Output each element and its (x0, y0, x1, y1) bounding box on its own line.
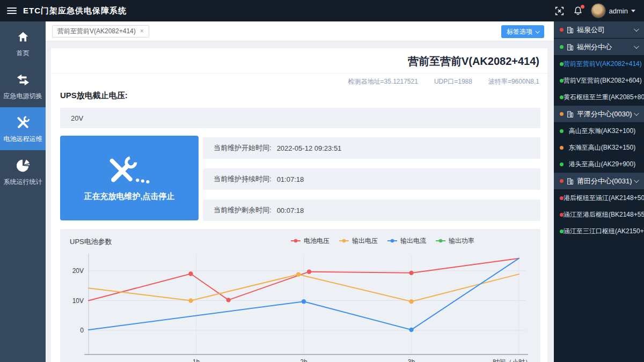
data-point[interactable] (409, 328, 413, 332)
tree-item-营前至营前V(AK2082+414)[interactable]: 营前至营前V(AK2082+414) (554, 56, 644, 72)
tree-item-涵江至港后枢纽(BK2148+550)[interactable]: 涵江至港后枢纽(BK2148+550) (554, 206, 644, 223)
tree-item-label: 港头至高山(AK29+900) (564, 160, 644, 169)
chevron-down-icon (634, 110, 639, 116)
info-label: 当前维护剩余时间: (214, 205, 272, 215)
chevron-down-icon (634, 178, 639, 183)
legend-item-电池电压[interactable]: 电池电压 (291, 236, 330, 246)
tree-group-福州分中心[interactable]: 福州分中心 (554, 39, 644, 56)
status-dot (560, 213, 564, 217)
chart-title: UPS电池参数 (70, 237, 112, 247)
maintenance-info-row: 当前维护开始时间:2022-05-12 09:23:51 (203, 137, 540, 159)
building-icon (567, 178, 573, 184)
data-point[interactable] (409, 271, 413, 275)
status-dot (560, 230, 564, 233)
user-menu[interactable]: admin (591, 3, 635, 18)
data-point[interactable] (188, 271, 193, 276)
tab-label: 营前至营前V(AK2082+414) (57, 27, 136, 36)
wrench-icon (16, 115, 30, 130)
data-point[interactable] (302, 299, 306, 304)
status-dot (560, 62, 564, 66)
tree-group-label: 莆田分中心(0031) (577, 176, 632, 186)
tag-options-button[interactable]: 标签选项 (501, 25, 544, 38)
tree-group-label: 福州分中心 (577, 42, 612, 52)
x-axis-label: 时间（小时） (493, 358, 531, 362)
meta-value: 检测器地址=35.1217521 (348, 78, 418, 85)
info-label: 当前维护开始时间: (214, 143, 272, 153)
menu-icon[interactable] (7, 6, 17, 16)
tree-item-东瀚至高山(BK32+150)[interactable]: 东瀚至高山(BK32+150) (554, 139, 644, 156)
tree-item-label: 营前至营前V(AK2082+414) (564, 60, 644, 69)
swap-arrows-icon (16, 72, 31, 87)
tree-item-港后枢纽至涵江(AK2148+500)[interactable]: 港后枢纽至涵江(AK2148+500) (554, 190, 644, 206)
left-sidebar: 首页应急电源切换电池远程运维系统运行统计 (0, 21, 46, 362)
main-area: 营前至营前V(AK2082+414) × 标签选项 营前至营前V(AK2082+… (46, 21, 554, 362)
chart-legend: 电池电压输出电压输出电流输出功率 (291, 236, 474, 246)
status-dot (560, 79, 564, 83)
tree-item-label: 涵江至三江口枢纽(AK2150+720) (564, 227, 644, 236)
chevron-down-icon (631, 10, 635, 12)
detector-meta: 检测器地址=35.1217521UDP口=1988波特率=9600N8,1 (51, 73, 547, 88)
maintenance-info: 当前维护开始时间:2022-05-12 09:23:51当前维护持续时间:01:… (203, 136, 540, 221)
sidebar-item-label: 应急电源切换 (4, 92, 42, 100)
legend-item-输出电流[interactable]: 输出电流 (387, 236, 426, 246)
fullscreen-icon[interactable] (554, 5, 565, 16)
legend-label: 输出功率 (449, 237, 474, 246)
username: admin (609, 7, 628, 15)
stop-maintenance-button[interactable]: 正在充放电维护,点击停止 (60, 136, 199, 220)
data-point[interactable] (307, 269, 311, 274)
x-tick-label: 2h (300, 358, 307, 362)
tree-item-营前V至营前(BK2082+604)[interactable]: 营前V至营前(BK2082+604) (554, 72, 644, 89)
tag-options-label: 标签选项 (507, 27, 532, 36)
y-tick-label: 10V (72, 297, 84, 305)
sidebar-item-首页[interactable]: 首页 (0, 21, 46, 64)
maintenance-status-label: 正在充放电维护,点击停止 (84, 191, 174, 202)
legend-item-输出功率[interactable]: 输出功率 (436, 236, 474, 246)
meta-value: UDP口=1988 (434, 78, 472, 85)
tree-item-黄石枢纽至兰重(AK2085+800)[interactable]: 黄石枢纽至兰重(AK2085+800) (554, 89, 644, 106)
tree-item-label: 港后枢纽至涵江(AK2148+500) (564, 194, 644, 203)
gantry-tree-sidebar: 福泉公司福州分中心营前至营前V(AK2082+414)营前V至营前(BK2082… (554, 21, 644, 362)
notification-bell-icon[interactable] (573, 5, 583, 16)
building-icon (567, 111, 573, 117)
sidebar-item-系统运行统计[interactable]: 系统运行统计 (0, 150, 46, 193)
tree-item-label: 高山至东瀚(AK32+100) (564, 127, 644, 136)
tree-item-港头至高山(AK29+900)[interactable]: 港头至高山(AK29+900) (554, 156, 644, 173)
tree-item-label: 东瀚至高山(BK32+150) (564, 143, 644, 152)
close-icon[interactable]: × (140, 27, 144, 35)
tab-current-gantry[interactable]: 营前至营前V(AK2082+414) × (52, 25, 149, 38)
app-title: ETC门架应急供电保障系统 (23, 6, 127, 16)
legend-label: 输出电流 (400, 237, 426, 246)
tree-item-高山至东瀚(AK32+100)[interactable]: 高山至东瀚(AK32+100) (554, 123, 644, 139)
legend-marker (436, 236, 445, 246)
tree-group-label: 福泉公司 (577, 25, 605, 35)
content-area: 营前至营前V(AK2082+414) 检测器地址=35.1217521UDP口=… (46, 41, 554, 362)
y-tick-label: 0 (80, 327, 84, 334)
tree-group-平潭分中心(0030)[interactable]: 平潭分中心(0030) (554, 106, 644, 123)
building-icon (567, 44, 573, 50)
legend-marker (291, 236, 301, 246)
status-dot (560, 179, 564, 183)
sidebar-item-label: 系统运行统计 (4, 178, 42, 186)
tree-group-福泉公司[interactable]: 福泉公司 (554, 21, 644, 39)
data-point[interactable] (409, 299, 413, 304)
legend-marker (387, 236, 397, 246)
chevron-down-icon (634, 43, 639, 49)
tree-item-涵江至三江口枢纽(AK2150+720)[interactable]: 涵江至三江口枢纽(AK2150+720) (554, 223, 644, 240)
info-value: 01:07:18 (277, 175, 304, 183)
avatar[interactable] (591, 3, 606, 18)
legend-marker (339, 236, 349, 246)
data-point[interactable] (296, 272, 301, 276)
data-point[interactable] (226, 298, 230, 302)
tree-group-莆田分中心(0031)[interactable]: 莆田分中心(0031) (554, 173, 644, 190)
status-dot (560, 45, 564, 49)
status-dot (560, 129, 564, 133)
sidebar-item-label: 电池远程运维 (4, 135, 42, 143)
status-dot (560, 146, 564, 150)
sidebar-item-应急电源切换[interactable]: 应急电源切换 (0, 64, 46, 107)
ups-parameters-chart: 20V10V01h2h3h时间（小时） (60, 248, 541, 362)
info-value: 00:07:18 (277, 206, 304, 215)
data-point[interactable] (188, 298, 193, 302)
legend-label: 输出电压 (352, 237, 378, 246)
sidebar-item-电池远程运维[interactable]: 电池远程运维 (0, 107, 46, 150)
legend-item-输出电压[interactable]: 输出电压 (339, 236, 378, 246)
